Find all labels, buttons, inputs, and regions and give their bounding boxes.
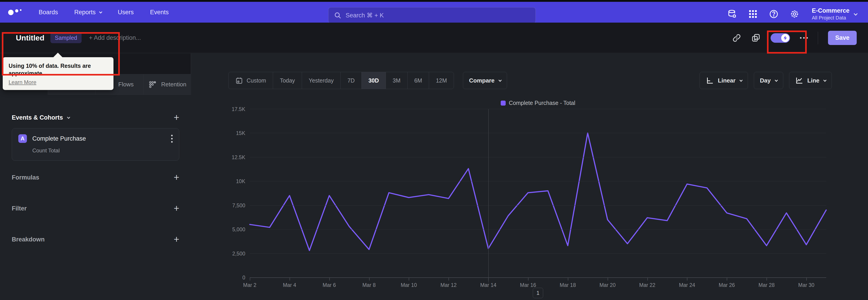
add-description-field[interactable]: + Add description... bbox=[89, 34, 141, 41]
builder-sections: Formulas+Filter+Breakdown+ bbox=[12, 173, 179, 243]
gridline bbox=[250, 205, 826, 206]
event-card[interactable]: A Complete Purchase Count Total bbox=[12, 128, 179, 161]
nav-item-users[interactable]: Users bbox=[118, 9, 134, 16]
vertical-marker-line bbox=[488, 109, 489, 282]
x-axis-tick-label: Mar 2 bbox=[236, 282, 264, 288]
range-12m[interactable]: 12M bbox=[429, 72, 454, 89]
event-options-icon[interactable] bbox=[171, 135, 173, 143]
query-builder-sidebar: Insights Funnels Flows Retention Events … bbox=[0, 53, 191, 300]
settings-gear-icon[interactable] bbox=[789, 9, 800, 19]
range-3m[interactable]: 3M bbox=[386, 72, 408, 89]
x-axis-tick bbox=[568, 277, 568, 280]
event-name[interactable]: Complete Purchase bbox=[32, 135, 166, 142]
tab-label: Flows bbox=[118, 81, 133, 88]
gridline bbox=[250, 109, 826, 109]
project-scope: All Project Data bbox=[812, 15, 849, 21]
event-series-badge: A bbox=[18, 134, 27, 143]
nav-item-reports[interactable]: Reports bbox=[74, 9, 102, 16]
tab-retention[interactable]: Retention bbox=[144, 74, 191, 95]
nav-right-cluster: E-Commerce All Project Data bbox=[727, 4, 857, 24]
workspace: Insights Funnels Flows Retention Events … bbox=[0, 53, 868, 300]
x-axis-tick-label: Mar 16 bbox=[515, 282, 541, 288]
add-filter-button[interactable]: + bbox=[174, 204, 179, 213]
x-axis-tick bbox=[250, 277, 250, 280]
save-button[interactable]: Save bbox=[828, 31, 857, 45]
range-yesterday[interactable]: Yesterday bbox=[302, 72, 341, 89]
x-axis-tick-label: Mar 24 bbox=[673, 282, 701, 288]
scale-dropdown[interactable]: Linear bbox=[700, 72, 748, 89]
chevron-down-icon bbox=[67, 116, 70, 119]
y-axis-tick-label: 12.5K bbox=[209, 154, 245, 160]
chart-panel: CustomTodayYesterday7D30D3M6M12M Compare… bbox=[191, 53, 868, 300]
chevron-down-icon bbox=[99, 10, 102, 13]
project-name: E-Commerce bbox=[812, 7, 849, 15]
x-axis-tick-label: Mar 30 bbox=[793, 282, 820, 288]
range-30d[interactable]: 30D bbox=[362, 72, 386, 89]
x-axis-tick-label: Mar 28 bbox=[753, 282, 780, 288]
page-button[interactable]: 1 bbox=[533, 288, 543, 298]
apps-grid-icon[interactable] bbox=[748, 9, 758, 19]
range-custom[interactable]: Custom bbox=[228, 72, 273, 89]
sampled-badge[interactable]: Sampled bbox=[51, 33, 82, 43]
gridline bbox=[250, 229, 826, 230]
add-breakdown-button[interactable]: + bbox=[174, 235, 179, 244]
report-title[interactable]: Untitled bbox=[16, 33, 44, 42]
learn-more-link[interactable]: Learn More bbox=[8, 79, 36, 86]
x-axis-tick bbox=[448, 277, 449, 280]
chevron-down-icon bbox=[498, 79, 502, 82]
window-top-strip bbox=[0, 0, 868, 2]
range-label: Yesterday bbox=[309, 77, 334, 84]
x-axis-tick-label: Mar 22 bbox=[634, 282, 661, 288]
section-breakdown: Breakdown+ bbox=[12, 235, 179, 243]
event-metric[interactable]: Count Total bbox=[32, 147, 173, 154]
section-label: Formulas bbox=[12, 174, 39, 181]
x-axis-tick bbox=[528, 277, 528, 280]
y-axis-tick-label: 10K bbox=[209, 178, 245, 184]
calendar-icon bbox=[235, 77, 243, 84]
nav-item-boards[interactable]: Boards bbox=[39, 9, 58, 16]
add-event-button[interactable]: + bbox=[174, 113, 179, 122]
primary-nav: BoardsReportsUsersEvents bbox=[39, 9, 168, 16]
range-label: Today bbox=[280, 77, 295, 84]
x-axis-tick bbox=[329, 277, 330, 280]
events-cohorts-label[interactable]: Events & Cohorts bbox=[12, 114, 69, 121]
data-management-icon[interactable] bbox=[727, 9, 737, 19]
x-axis-tick bbox=[488, 277, 489, 280]
add-formulas-button[interactable]: + bbox=[174, 173, 179, 182]
project-switcher[interactable]: E-Commerce All Project Data bbox=[812, 7, 857, 21]
report-actions: Save bbox=[732, 23, 857, 53]
tooltip-caret bbox=[53, 53, 63, 58]
help-icon[interactable] bbox=[769, 9, 779, 19]
line-chart-plot[interactable]: 17.5K15K12.5K10K7,5005,0002,5000Mar 2Mar… bbox=[250, 109, 826, 277]
pagination: 1 bbox=[250, 288, 826, 298]
range-label: 12M bbox=[436, 77, 447, 84]
x-axis-tick bbox=[767, 277, 767, 280]
gridline bbox=[250, 277, 826, 278]
x-axis-tick bbox=[647, 277, 648, 280]
copy-link-icon[interactable] bbox=[732, 33, 741, 42]
search-input[interactable]: Search ⌘ + K bbox=[328, 7, 536, 24]
x-axis-tick-label: Mar 18 bbox=[554, 282, 581, 288]
range-today[interactable]: Today bbox=[273, 72, 302, 89]
more-options-icon[interactable] bbox=[800, 37, 808, 39]
x-axis-tick-label: Mar 4 bbox=[276, 282, 303, 288]
compare-button[interactable]: Compare bbox=[463, 72, 507, 89]
divider bbox=[818, 32, 818, 44]
range-7d[interactable]: 7D bbox=[341, 72, 362, 89]
chart-type-dropdown[interactable]: Line bbox=[789, 72, 832, 89]
interval-dropdown[interactable]: Day bbox=[754, 72, 783, 89]
range-label: 6M bbox=[414, 77, 422, 84]
lightning-bolt-icon bbox=[781, 34, 789, 42]
chart-legend: Complete Purchase - Total bbox=[250, 100, 826, 106]
sampling-toggle[interactable] bbox=[771, 33, 790, 43]
nav-item-events[interactable]: Events bbox=[150, 9, 169, 16]
mixpanel-logo-icon[interactable] bbox=[8, 9, 22, 15]
y-axis-tick-label: 5,000 bbox=[209, 227, 245, 233]
gridline bbox=[250, 253, 826, 254]
add-to-board-icon[interactable] bbox=[751, 33, 761, 43]
events-cohorts-header: Events & Cohorts + bbox=[12, 113, 179, 122]
chevron-down-icon bbox=[775, 79, 778, 82]
range-6m[interactable]: 6M bbox=[408, 72, 429, 89]
range-label: 30D bbox=[368, 77, 379, 84]
gridline bbox=[250, 181, 826, 181]
